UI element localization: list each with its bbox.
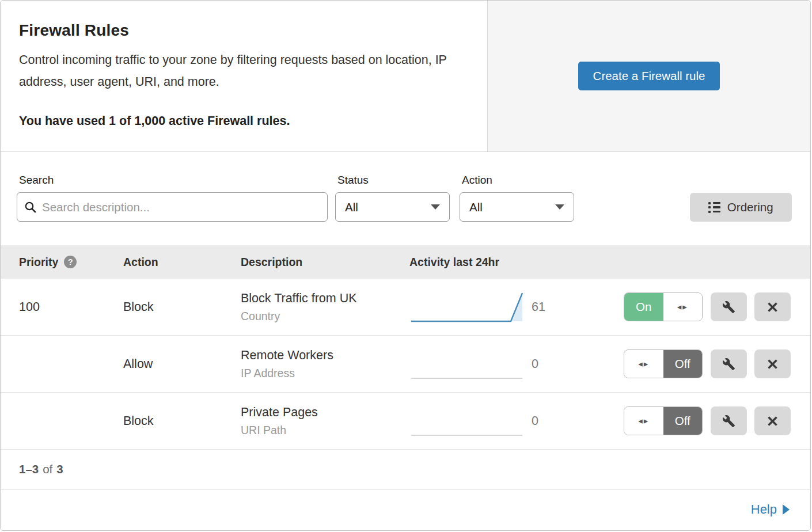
table-row: Block Private Pages URI Path 0 ◂▸ Off [1, 393, 810, 450]
usage-note: You have used 1 of 1,000 active Firewall… [19, 114, 464, 128]
delete-rule-button[interactable] [754, 292, 791, 321]
column-description: Description [241, 256, 409, 269]
table-row: 100 Block Block Traffic from UK Country … [1, 279, 810, 336]
rule-description-cell: Remote Workers IP Address [241, 348, 409, 380]
close-icon [767, 302, 778, 313]
pagination-range: 1–3 [19, 462, 39, 476]
activity-count: 0 [532, 357, 570, 371]
pagination-bar: 1–3 of 3 [1, 450, 810, 489]
rule-enable-toggle[interactable]: ◂▸ Off [624, 406, 703, 435]
rule-match-type: Country [241, 310, 409, 323]
toggle-handle-icon: ◂▸ [663, 293, 703, 321]
ordering-button[interactable]: Ordering [690, 193, 792, 222]
status-label: Status [337, 174, 450, 187]
toggle-on-label: On [624, 293, 663, 321]
rule-action: Block [123, 300, 241, 314]
help-link-label: Help [751, 502, 777, 517]
action-select[interactable]: All [460, 192, 574, 222]
rule-controls: ◂▸ Off [570, 349, 791, 378]
wrench-icon [722, 301, 735, 314]
page-description: Control incoming traffic to your zone by… [19, 49, 461, 93]
rule-description-cell: Block Traffic from UK Country [241, 291, 409, 323]
help-bar: Help [1, 489, 810, 530]
rule-enable-toggle[interactable]: On ◂▸ [624, 292, 703, 321]
page-title: Firewall Rules [19, 21, 464, 40]
delete-rule-button[interactable] [754, 406, 791, 435]
rule-enable-toggle[interactable]: ◂▸ Off [624, 349, 703, 378]
toggle-handle-icon: ◂▸ [624, 407, 663, 435]
toggle-off-label: Off [663, 407, 703, 435]
help-circle-icon[interactable]: ? [64, 256, 77, 268]
rule-action: Allow [123, 357, 241, 371]
rule-description: Remote Workers [241, 348, 409, 363]
delete-rule-button[interactable] [754, 349, 791, 378]
status-filter: Status All [335, 174, 450, 222]
edit-rule-button[interactable] [711, 406, 747, 435]
rule-match-type: IP Address [241, 367, 409, 380]
search-label: Search [19, 174, 328, 187]
toggle-off-label: Off [663, 350, 703, 378]
rule-description: Private Pages [241, 405, 409, 420]
header-section: Firewall Rules Control incoming traffic … [1, 1, 810, 152]
priority-header-label: Priority [19, 256, 58, 269]
help-link[interactable]: Help [751, 502, 790, 517]
edit-rule-button[interactable] [711, 349, 747, 378]
column-action: Action [123, 256, 241, 269]
column-activity: Activity last 24hr [409, 256, 532, 269]
create-firewall-rule-button[interactable]: Create a Firewall rule [578, 62, 720, 90]
header-text-area: Firewall Rules Control incoming traffic … [1, 1, 487, 151]
rule-controls: On ◂▸ [570, 292, 791, 321]
chevron-down-icon [555, 204, 564, 210]
rule-controls: ◂▸ Off [570, 406, 791, 435]
status-selected-value: All [345, 200, 358, 214]
firewall-rules-panel: Firewall Rules Control incoming traffic … [0, 0, 811, 531]
action-selected-value: All [469, 200, 483, 214]
toggle-handle-icon: ◂▸ [624, 350, 663, 378]
rule-priority: 100 [19, 300, 123, 314]
rule-description: Block Traffic from UK [241, 291, 409, 306]
pagination-of: of [43, 462, 52, 476]
header-action-area: Create a Firewall rule [487, 1, 810, 151]
activity-sparkline [409, 289, 532, 325]
action-label: Action [462, 174, 574, 187]
activity-count: 61 [532, 300, 570, 314]
action-filter: Action All [460, 174, 574, 222]
search-filter: Search [17, 174, 328, 222]
rule-match-type: URI Path [241, 424, 409, 437]
ordering-button-label: Ordering [727, 200, 773, 214]
chevron-down-icon [431, 204, 440, 210]
help-arrow-icon [783, 504, 790, 515]
activity-sparkline [409, 346, 532, 382]
search-icon [24, 201, 36, 213]
close-icon [767, 416, 778, 427]
rule-description-cell: Private Pages URI Path [241, 405, 409, 437]
filter-bar: Search Status All Action All [1, 152, 810, 245]
rule-action: Block [123, 414, 241, 428]
close-icon [767, 359, 778, 370]
activity-count: 0 [532, 414, 570, 428]
table-header: Priority ? Action Description Activity l… [1, 245, 810, 279]
search-input[interactable] [42, 200, 320, 214]
activity-sparkline [409, 403, 532, 439]
status-select[interactable]: All [335, 192, 450, 222]
search-box[interactable] [17, 192, 328, 222]
wrench-icon [722, 415, 735, 428]
edit-rule-button[interactable] [711, 292, 747, 321]
pagination-total: 3 [56, 462, 63, 476]
wrench-icon [722, 358, 735, 371]
ordering-list-icon [708, 202, 720, 213]
column-priority: Priority ? [19, 256, 123, 269]
table-row: Allow Remote Workers IP Address 0 ◂▸ Off [1, 336, 810, 393]
